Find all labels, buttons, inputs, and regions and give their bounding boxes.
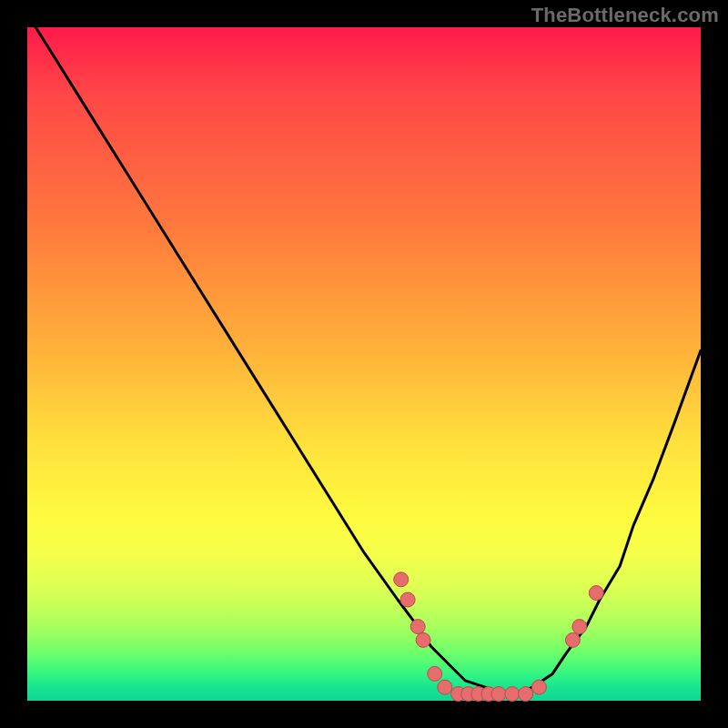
chart-root: TheBottleneck.com: [0, 0, 728, 728]
marker-dot: [400, 592, 415, 607]
marker-dot: [438, 680, 452, 694]
marker-dot: [531, 680, 546, 694]
chart-overlay-svg: [27, 27, 701, 701]
marker-dot: [519, 687, 533, 702]
marker-dot: [572, 620, 587, 634]
marker-dot: [410, 620, 425, 634]
marker-dot: [394, 572, 409, 587]
marker-dot: [589, 586, 603, 601]
attribution-text: TheBottleneck.com: [531, 4, 719, 27]
marker-dot: [416, 632, 430, 647]
marker-dot: [491, 687, 506, 702]
scatter-markers: [394, 572, 604, 702]
marker-dot: [505, 687, 520, 702]
marker-dot: [428, 666, 442, 681]
marker-dot: [565, 632, 580, 647]
